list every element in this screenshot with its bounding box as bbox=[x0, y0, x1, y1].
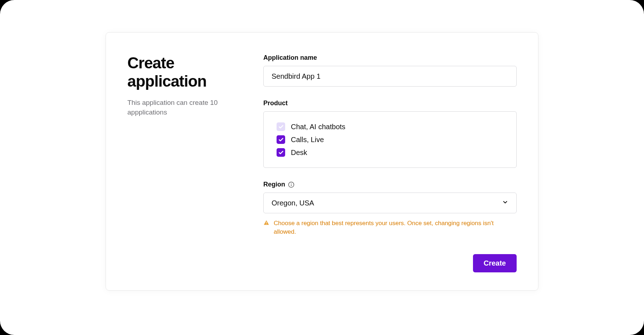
product-options-box: Chat, AI chatbots Calls, Live Desk bbox=[263, 111, 517, 168]
product-option-label: Chat, AI chatbots bbox=[291, 123, 345, 131]
info-icon[interactable] bbox=[288, 181, 294, 188]
region-label: Region bbox=[263, 181, 285, 188]
checkbox-calls[interactable] bbox=[277, 135, 285, 144]
right-column: Application name Product Chat, AI chatbo… bbox=[263, 54, 517, 272]
app-name-group: Application name bbox=[263, 54, 517, 87]
check-icon bbox=[278, 137, 284, 142]
check-icon bbox=[278, 124, 284, 130]
product-option-desk[interactable]: Desk bbox=[277, 148, 503, 157]
checkbox-chat bbox=[277, 122, 285, 131]
product-option-calls[interactable]: Calls, Live bbox=[277, 135, 503, 144]
product-option-chat: Chat, AI chatbots bbox=[277, 122, 503, 131]
app-name-input[interactable] bbox=[263, 66, 517, 87]
create-button[interactable]: Create bbox=[473, 254, 517, 272]
region-selected-value: Oregon, USA bbox=[272, 199, 314, 207]
region-warning: Choose a region that best represents you… bbox=[263, 219, 517, 236]
checkbox-desk[interactable] bbox=[277, 148, 285, 157]
svg-rect-3 bbox=[266, 222, 267, 223]
create-application-card: Create application This application can … bbox=[106, 32, 538, 291]
region-group: Region Oregon, USA Choose a region that bbox=[263, 181, 517, 236]
warning-icon bbox=[263, 220, 269, 226]
svg-point-2 bbox=[291, 183, 292, 184]
product-option-label: Calls, Live bbox=[291, 136, 324, 144]
page-title: Create application bbox=[127, 54, 235, 90]
product-option-label: Desk bbox=[291, 149, 307, 157]
card-footer: Create bbox=[263, 254, 517, 272]
left-column: Create application This application can … bbox=[127, 54, 235, 272]
check-icon bbox=[278, 150, 284, 155]
page-subtitle: This application can create 10 appplicat… bbox=[127, 98, 235, 117]
product-label: Product bbox=[263, 99, 517, 107]
region-warning-text: Choose a region that best represents you… bbox=[274, 219, 517, 236]
region-select[interactable]: Oregon, USA bbox=[263, 193, 517, 213]
product-group: Product Chat, AI chatbots Calls, Live bbox=[263, 99, 517, 168]
chevron-down-icon bbox=[502, 199, 508, 207]
svg-rect-4 bbox=[266, 224, 267, 224]
page-background: Create application This application can … bbox=[0, 0, 644, 335]
region-label-row: Region bbox=[263, 181, 517, 188]
app-name-label: Application name bbox=[263, 54, 517, 62]
